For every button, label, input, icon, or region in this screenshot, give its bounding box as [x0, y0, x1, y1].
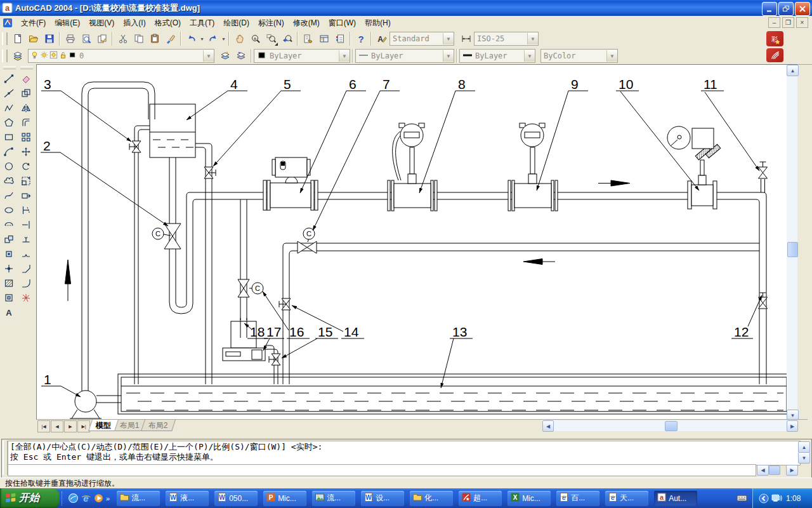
modify-trim-icon[interactable] — [18, 203, 34, 217]
publish-icon[interactable] — [94, 31, 110, 47]
layers-icon[interactable] — [10, 48, 25, 64]
layer-combo[interactable]: 0▼ — [28, 49, 214, 63]
menu-item[interactable]: 文件(F) — [16, 16, 50, 30]
zoom-window-icon[interactable] — [263, 31, 279, 47]
modify-mirror-icon[interactable] — [18, 100, 34, 115]
lineweight-combo[interactable]: ByLayer▼ — [459, 49, 535, 63]
clock[interactable]: 1:08 — [786, 494, 801, 503]
layer-previous-icon[interactable] — [233, 48, 249, 64]
draw-insert-block-icon[interactable] — [1, 232, 16, 246]
dim-style-combo[interactable]: ISO-25▼ — [474, 32, 539, 46]
taskbar-button-流[interactable]: 流... — [312, 491, 355, 506]
taskbar-button-Mic[interactable]: PMic... — [263, 491, 306, 506]
zoom-previous-icon[interactable] — [279, 31, 295, 47]
menu-item[interactable]: 编辑(E) — [50, 16, 84, 30]
tab-布局2[interactable]: 布局2 — [141, 420, 176, 431]
undo-icon-dropdown[interactable]: ▼ — [199, 32, 205, 46]
tab-模型[interactable]: 模型 — [88, 420, 119, 431]
draw-polygon-icon[interactable] — [1, 115, 16, 130]
mdi-close-button[interactable]: × — [796, 17, 808, 28]
plot-icon[interactable] — [62, 31, 78, 47]
draw-polyline-icon[interactable] — [1, 100, 16, 115]
modify-scale-icon[interactable] — [18, 173, 34, 188]
modify-break-icon[interactable] — [18, 246, 34, 261]
match-properties-icon[interactable] — [162, 31, 178, 47]
draw-arc-icon[interactable] — [1, 144, 16, 159]
taskbar-button-超[interactable]: 超... — [459, 491, 502, 506]
draw-multiline-text-icon[interactable]: A — [1, 305, 16, 319]
mdi-minimize-button[interactable]: – — [768, 17, 780, 28]
save-icon[interactable] — [41, 31, 57, 47]
drawing-canvas[interactable]: CCC 123456789101112131415161718 ▲ ▼ — [36, 64, 797, 420]
draw-spline-icon[interactable] — [1, 188, 16, 203]
restore-button[interactable] — [778, 2, 794, 16]
plotstyle-combo[interactable]: ByColor▼ — [540, 49, 618, 63]
taskbar-button-Mic[interactable]: XMic... — [508, 491, 551, 506]
modify-array-icon[interactable] — [18, 130, 34, 144]
text-style-combo[interactable]: Standard▼ — [390, 32, 454, 46]
cut-icon[interactable] — [115, 31, 131, 47]
modify-fillet-icon[interactable] — [18, 276, 34, 290]
taskbar-button-百[interactable]: e百... — [556, 491, 599, 506]
taskbar-button-050[interactable]: W050... — [214, 491, 258, 506]
toolbar-grip[interactable] — [2, 50, 8, 62]
menu-item[interactable]: 插入(I) — [119, 16, 150, 30]
show-desktop-icon[interactable] — [67, 492, 79, 505]
cmd-hscroll-thumb[interactable] — [769, 465, 780, 475]
draw-make-block-icon[interactable] — [1, 246, 16, 261]
toolpalettes-icon[interactable] — [332, 31, 348, 47]
tab-nav-first-icon[interactable]: |◀ — [37, 420, 50, 432]
draw-region-icon[interactable] — [1, 290, 16, 305]
canvas-vscrollbar[interactable]: ▲ ▼ — [787, 65, 797, 420]
modify-chamfer-icon[interactable] — [18, 261, 34, 276]
tab-nav-prev-icon[interactable]: ◀ — [51, 420, 63, 432]
pan-icon[interactable] — [232, 31, 247, 47]
keyboard-icon[interactable] — [737, 493, 747, 504]
volume-monitor-icon[interactable] — [771, 493, 782, 504]
modify-copy-object-icon[interactable] — [18, 86, 34, 100]
draw-hatch-icon[interactable] — [1, 276, 16, 290]
modify-explode-icon[interactable] — [18, 290, 34, 305]
collapse-arrow-icon[interactable] — [758, 493, 769, 504]
menu-item[interactable]: 标注(N) — [254, 16, 289, 30]
new-icon[interactable] — [10, 31, 25, 47]
canvas-hscrollbar[interactable]: ◀ ▶ — [542, 420, 797, 431]
modify-offset-icon[interactable] — [18, 115, 34, 130]
make-layer-current-icon[interactable] — [217, 48, 233, 64]
modify-move-icon[interactable] — [18, 144, 34, 159]
taskbar-button-Aut[interactable]: aAut... — [654, 491, 697, 506]
copy-clip-icon[interactable] — [131, 31, 147, 47]
menu-item[interactable]: 修改(M) — [289, 16, 324, 30]
taskbar-button-化[interactable]: 化... — [410, 491, 453, 506]
modify-rotate-icon[interactable] — [18, 159, 34, 173]
menu-item[interactable]: 格式(O) — [150, 16, 185, 30]
draw-point-icon[interactable] — [1, 261, 16, 276]
color-combo[interactable]: ByLayer▼ — [254, 49, 350, 63]
draw-rectangle-icon[interactable] — [1, 130, 16, 144]
draw-circle-icon[interactable] — [1, 159, 16, 173]
draw-line-icon[interactable] — [1, 71, 16, 86]
designcenter-icon[interactable] — [316, 31, 332, 47]
dwg-document-icon[interactable] — [3, 18, 13, 28]
start-button[interactable]: 开始 — [0, 488, 60, 508]
mdi-restore-button[interactable]: ❐ — [782, 17, 794, 28]
zoom-realtime-icon[interactable]: ± — [247, 31, 263, 47]
dim-style-icon[interactable] — [458, 31, 474, 47]
plot-preview-icon[interactable] — [78, 31, 94, 47]
command-input[interactable] — [8, 464, 756, 476]
minimize-button[interactable] — [762, 2, 777, 16]
redo-icon[interactable] — [205, 31, 221, 47]
modify-erase-icon[interactable] — [18, 71, 34, 86]
quick-launch-chevron[interactable]: » — [106, 495, 110, 502]
command-history[interactable]: [全部(A)/中心点(C)/动态(D)/范围(E)/上一个(P)/比例(S)/窗… — [8, 441, 801, 465]
taskbar-button-流[interactable]: 流... — [117, 491, 160, 506]
modify-stretch-icon[interactable] — [18, 188, 34, 203]
redo-icon-dropdown[interactable]: ▼ — [221, 32, 226, 46]
menu-item[interactable]: 绘图(D) — [219, 16, 254, 30]
linetype-combo[interactable]: ByLayer▼ — [355, 49, 454, 63]
draw-revision-cloud-icon[interactable] — [1, 173, 16, 188]
tab-nav-next-icon[interactable]: ▶ — [64, 420, 77, 432]
menu-item[interactable]: 窗口(W) — [324, 16, 360, 30]
draw-ellipse-icon[interactable] — [1, 203, 16, 217]
menu-item[interactable]: 视图(V) — [84, 16, 119, 30]
